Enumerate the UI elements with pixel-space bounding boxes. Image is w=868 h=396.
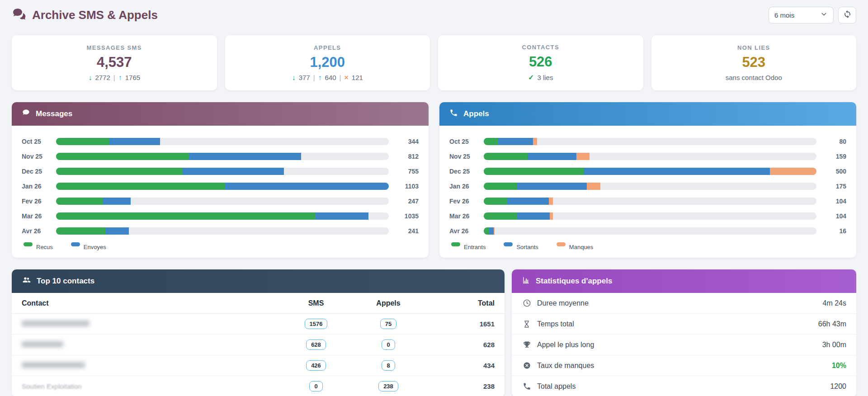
total-cell: 628 <box>427 341 495 349</box>
subtext-value: 121 <box>352 74 363 81</box>
contact-name <box>22 341 282 349</box>
chart-row-value: 755 <box>395 168 419 175</box>
comment-icon <box>22 108 30 119</box>
bar-segment-manques <box>549 198 553 205</box>
stat-card-value: 1,200 <box>310 54 345 71</box>
stat-card-label: MESSAGES SMS <box>87 44 142 51</box>
legend-item: Recus <box>24 244 53 250</box>
bar-segment-entrants <box>484 183 517 190</box>
bar-segment-envoyes <box>109 138 160 145</box>
chart-row: Mar 261035 <box>22 208 419 223</box>
legend-item: Sortants <box>504 244 538 250</box>
bar-track <box>56 212 389 220</box>
bar-track <box>56 198 389 205</box>
legend-label: Manques <box>569 244 593 250</box>
chart-row-value: 247 <box>395 198 419 205</box>
contact-row: 1576751651 <box>12 314 505 335</box>
col-total: Total <box>427 299 495 307</box>
stat-row: Taux de manques10% <box>512 355 856 376</box>
contact-name <box>22 320 282 328</box>
bar-segment-manques <box>533 138 537 145</box>
legend-label: Recus <box>36 244 53 250</box>
bar-segment-recus <box>56 198 103 205</box>
bar-segment-envoyes <box>225 183 389 190</box>
stat-card-messages-sms: MESSAGES SMS4,537↓2772|↑1765 <box>12 35 217 90</box>
legend-chip <box>504 242 513 246</box>
bar-track <box>56 183 389 190</box>
bar-segment-envoyes <box>183 168 284 175</box>
chart-row: Fev 26104 <box>449 193 846 208</box>
chat-bubbles-icon <box>12 7 26 23</box>
bar-segment-sortants <box>584 168 770 175</box>
chart-row-label: Avr 26 <box>449 227 477 235</box>
messages-legend: RecusEnvoyes <box>22 238 419 252</box>
col-appels: Appels <box>350 299 427 307</box>
phone-icon <box>522 382 532 391</box>
appels-count-badge: 238 <box>378 381 398 391</box>
stat-card-label: CONTACTS <box>522 44 559 51</box>
chart-row: Mar 26104 <box>449 208 846 223</box>
chart-row-value: 344 <box>395 138 419 145</box>
stat-card-label: APPELS <box>314 44 341 51</box>
bar-track <box>484 153 816 160</box>
chart-row-value: 159 <box>823 153 846 160</box>
bar-segment-envoyes <box>189 153 301 160</box>
total-cell: 1651 <box>427 320 495 328</box>
top-contacts-header: Top 10 contacts <box>12 269 505 293</box>
bar-segment-sortants <box>489 227 494 235</box>
subtext-value: 2772 <box>95 74 110 81</box>
total-cell: 434 <box>427 362 495 369</box>
phone-icon <box>449 108 458 119</box>
legend-item: Manques <box>557 244 593 250</box>
stat-card-value: 526 <box>529 54 552 70</box>
bar-track <box>484 183 816 190</box>
chevron-down-icon <box>820 10 828 19</box>
bar-segment-envoyes <box>103 198 131 205</box>
stat-row-label: Duree moyenne <box>537 299 823 307</box>
bar-segment-sortants <box>507 198 549 205</box>
stat-row: Temps total66h 43m <box>512 314 856 335</box>
bar-segment-recus <box>56 168 183 175</box>
stat-row: Appel le plus long3h 00m <box>512 335 856 355</box>
refresh-button[interactable] <box>838 7 856 24</box>
stat-row-label: Taux de manques <box>537 362 832 370</box>
col-contact: Contact <box>22 299 282 307</box>
bottom-row: Top 10 contacts Contact SMS Appels Total… <box>12 269 856 396</box>
circle-x-icon <box>522 361 532 370</box>
bar-segment-sortants <box>528 153 576 160</box>
stat-row-value: 4m 24s <box>823 299 846 307</box>
appels-count-cell: 75 <box>350 319 427 329</box>
contacts-table-body: 157675165162806284268434Soutien Exploita… <box>12 314 505 396</box>
appels-count-cell: 8 <box>350 360 427 371</box>
stat-card-appels: APPELS1,200↓377|↑640|×121 <box>225 35 430 90</box>
redacted-name <box>22 321 90 326</box>
bar-segment-manques <box>576 153 590 160</box>
bar-chart-icon <box>522 276 530 287</box>
chart-row: Avr 26241 <box>22 223 419 238</box>
appels-count-badge: 0 <box>382 339 395 350</box>
total-cell: 238 <box>427 382 495 390</box>
sms-count-badge: 1576 <box>305 319 328 329</box>
call-stats-title: Statistiques d'appels <box>536 277 612 286</box>
appels-count-badge: 8 <box>382 360 395 371</box>
sms-count-cell: 426 <box>282 360 350 371</box>
chart-row-label: Fev 26 <box>22 198 50 205</box>
trophy-icon <box>522 340 532 349</box>
stat-card-subtext: ↓2772|↑1765 <box>88 74 140 82</box>
chart-row: Dec 25500 <box>449 164 846 179</box>
bar-track <box>56 153 389 160</box>
sms-count-cell: 0 <box>282 381 350 391</box>
call-stats-panel: Statistiques d'appels Duree moyenne4m 24… <box>512 269 856 396</box>
call-stats-header: Statistiques d'appels <box>512 269 856 293</box>
appels-legend: EntrantsSortantsManques <box>449 238 846 252</box>
bar-segment-manques <box>550 212 553 220</box>
stat-row-value: 3h 00m <box>822 341 846 349</box>
period-select[interactable]: 6 mois <box>769 7 834 24</box>
legend-item: Envoyes <box>71 244 106 250</box>
bar-track <box>56 227 389 235</box>
chart-row-label: Jan 26 <box>22 183 50 190</box>
bar-segment-manques <box>770 168 816 175</box>
contact-row: Soutien Exploitation0238238 <box>12 376 505 396</box>
chart-row: Nov 25812 <box>22 149 419 164</box>
redacted-name <box>22 362 85 368</box>
